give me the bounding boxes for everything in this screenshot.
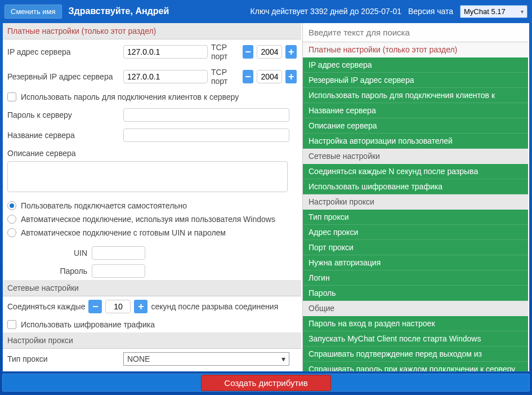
radio-auto-windows[interactable] [7, 215, 16, 224]
nav-item[interactable]: Настройка авторизации пользователей [303, 134, 528, 149]
reserve-ip-row: Резервный IP адрес сервера TCP порт − + [3, 64, 301, 89]
section-proxy: Настройки прокси [3, 332, 301, 349]
section-network: Сетевые настройки [3, 280, 301, 296]
server-desc-label: Описание сервера [7, 149, 76, 158]
ip-input[interactable] [123, 45, 208, 59]
server-password-row: Пароль к серверу [3, 105, 301, 125]
proxy-type-row: Тип прокси NONE ▾ [3, 349, 301, 369]
nav-item[interactable]: Платные настройки (только этот раздел) [303, 42, 528, 57]
connect-suffix: секунд после разрыва соединения [151, 302, 278, 311]
encryption-checkbox[interactable] [7, 320, 16, 329]
nav-item[interactable]: Соединяться каждые N секунд после разрыв… [303, 164, 528, 179]
tcp-port-input[interactable] [257, 45, 282, 59]
radio3-label: Автоматическое подключение с готовым UIN… [21, 228, 226, 237]
connect-every-row: Соединяться каждые − + секунд после разр… [3, 296, 301, 317]
nav-item[interactable]: Пароль [303, 286, 528, 301]
nav-item[interactable]: Настройки прокси [303, 194, 528, 210]
section-paid-settings: Платные настройки (только этот раздел) [3, 23, 301, 39]
change-name-button[interactable]: Сменить имя [5, 5, 62, 19]
server-password-input[interactable] [123, 108, 289, 122]
server-desc-textarea[interactable] [7, 161, 288, 192]
connect-every-input[interactable] [105, 300, 131, 313]
proxy-type-label: Тип прокси [7, 354, 120, 363]
nav-item[interactable]: Использовать шифрование трафика [303, 179, 528, 194]
nav-item[interactable]: Тип прокси [303, 210, 528, 225]
nav-item[interactable]: Использовать пароль для подключения клие… [303, 88, 528, 103]
nav-item[interactable]: Спрашивать пароль при каждом подключении… [303, 362, 528, 371]
use-password-checkbox[interactable] [7, 92, 16, 101]
radio2-row: Автоматическое подключение, используя им… [3, 212, 301, 226]
uin-label: UIN [59, 248, 87, 258]
uin-row: UIN [3, 244, 301, 262]
radio1-label: Пользователь подключается самостоятельно [21, 201, 187, 210]
search-input[interactable] [303, 23, 528, 42]
ip-row: IP адрес сервера TCP порт − + [3, 39, 301, 64]
tcp-port-label: TCP порт [211, 43, 239, 61]
version-select[interactable]: MyChat 5.17 ▾ [460, 5, 527, 18]
radio3-row: Автоматическое подключение с готовым UIN… [3, 226, 301, 239]
connect-every-label: Соединяться каждые [7, 302, 85, 311]
nav-item[interactable]: Спрашивать подтверждение перед выходом и… [303, 347, 528, 362]
dropdown-icon: ▾ [281, 354, 285, 363]
radio1-row: Пользователь подключается самостоятельно [3, 199, 301, 212]
reserve-port-input[interactable] [257, 70, 282, 83]
server-name-row: Название сервера [3, 125, 301, 145]
radio2-label: Автоматическое подключение, используя им… [21, 215, 275, 224]
server-password-label: Пароль к серверу [7, 110, 120, 119]
use-password-row: Использовать пароль для подключения клие… [3, 89, 301, 105]
proxy-addr-row: Адрес прокси [3, 369, 301, 371]
connect-minus-button[interactable]: − [88, 300, 102, 313]
nav-item[interactable]: Порт прокси [303, 240, 528, 255]
port-minus-button[interactable]: − [243, 45, 254, 59]
ip-label: IP адрес сервера [7, 47, 120, 56]
nav-item[interactable]: Описание сервера [303, 118, 528, 134]
encryption-row: Использовать шифрование трафика [3, 317, 301, 332]
chevron-down-icon: ▾ [521, 8, 524, 15]
server-name-input[interactable] [123, 128, 289, 142]
reserve-tcp-port-label: TCP порт [211, 68, 239, 86]
server-name-label: Название сервера [7, 131, 120, 140]
right-panel: Платные настройки (только этот раздел)IP… [303, 23, 528, 371]
nav-item[interactable]: Запускать MyChat Client после старта Win… [303, 331, 528, 347]
nav-item[interactable]: Название сервера [303, 103, 528, 118]
reserve-port-minus-button[interactable]: − [243, 70, 254, 83]
encryption-label: Использовать шифрование трафика [21, 320, 155, 329]
radio-auto-uin[interactable] [7, 228, 16, 237]
nav-item[interactable]: IP адрес сервера [303, 57, 528, 73]
nav-item[interactable]: Нужна авторизация [303, 255, 528, 270]
password-row: Пароль [3, 262, 301, 280]
proxy-type-select[interactable]: NONE ▾ [123, 352, 289, 366]
nav-item[interactable]: Резервный IP адрес сервера [303, 73, 528, 88]
uin-input[interactable] [92, 246, 145, 260]
nav-list: Платные настройки (только этот раздел)IP… [303, 42, 528, 371]
port-plus-button[interactable]: + [285, 45, 297, 59]
key-info-text: Ключ действует 3392 дней до 2025-07-01 [251, 7, 401, 16]
reserve-port-plus-button[interactable]: + [285, 70, 297, 83]
footer-bar: Создать дистрибутив [2, 374, 530, 392]
version-label: Версия чата [408, 7, 453, 16]
main-area: Платные настройки (только этот раздел) I… [2, 23, 530, 372]
nav-item[interactable]: Логин [303, 270, 528, 286]
nav-item[interactable]: Пароль на вход в раздел настроек [303, 316, 528, 331]
server-desc-row: Описание сервера [3, 145, 301, 161]
nav-item[interactable]: Общие [303, 301, 528, 316]
greeting-text: Здравствуйте, Андрей [69, 6, 169, 16]
proxy-type-value: NONE [127, 354, 150, 363]
reserve-ip-input[interactable] [123, 70, 208, 83]
password-input[interactable] [92, 264, 145, 278]
use-password-label: Использовать пароль для подключения клие… [21, 92, 239, 101]
nav-item[interactable]: Сетевые настройки [303, 149, 528, 164]
create-distribution-button[interactable]: Создать дистрибутив [201, 375, 330, 391]
reserve-ip-label: Резервный IP адрес сервера [7, 72, 120, 81]
nav-item[interactable]: Адрес прокси [303, 225, 528, 240]
left-panel: Платные настройки (только этот раздел) I… [3, 23, 303, 371]
radio-self-connect[interactable] [7, 201, 16, 210]
connect-plus-button[interactable]: + [134, 300, 147, 313]
version-value: MyChat 5.17 [464, 7, 506, 16]
password-label: Пароль [59, 267, 87, 276]
header-bar: Сменить имя Здравствуйте, Андрей Ключ де… [0, 0, 532, 23]
